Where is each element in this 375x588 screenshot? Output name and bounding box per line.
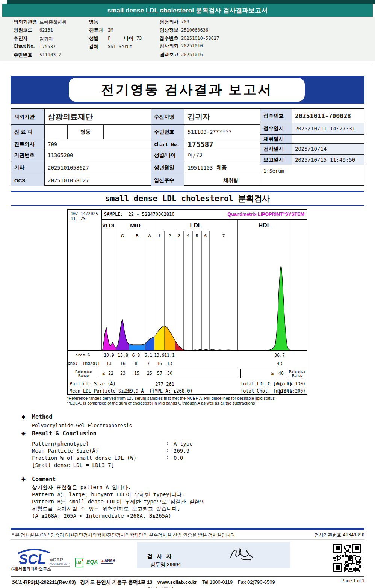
band-label-ldl: LDL bbox=[190, 222, 201, 229]
cell-value: 19511103 체중 bbox=[184, 161, 260, 174]
ref-label-line1: Reference bbox=[288, 369, 307, 373]
cap-accredited-badge: ⊛CAP ACCREDITED ✓ bbox=[50, 558, 73, 567]
cell-value: 511103-2****** bbox=[184, 125, 260, 139]
comment-line: 상기환자 표현형은 pattern A 입니다. bbox=[32, 484, 131, 491]
signature-stroke bbox=[231, 549, 253, 560]
cell-label: 기타 bbox=[11, 161, 45, 174]
qr-module bbox=[345, 568, 347, 570]
sub-label-4: 4 bbox=[187, 233, 190, 238]
band-fill bbox=[101, 328, 116, 350]
qr-module bbox=[357, 564, 359, 565]
qr-module bbox=[351, 564, 352, 565]
curve-outline bbox=[101, 265, 291, 350]
lab-report-page: { "teal_header": { "title": "small dense… bbox=[0, 0, 375, 588]
sub-label-c: C bbox=[121, 233, 124, 238]
result-row-label: Fraction % of small dense LDL (%) bbox=[32, 455, 136, 461]
band-fill bbox=[145, 337, 154, 350]
cell-label: 접수일시 bbox=[260, 123, 292, 135]
result-heading: Result & Conclusion bbox=[32, 430, 97, 437]
area-value: 13.8 bbox=[118, 353, 128, 358]
chart-date-line1: 10/ 14/2025 bbox=[71, 211, 98, 216]
qr-module bbox=[352, 560, 354, 561]
report-title-bar: small dense LDL cholesterol 분획검사 검사결과보고서 bbox=[2, 4, 373, 17]
cell-label: OCS bbox=[11, 174, 45, 186]
cap-text: CAP bbox=[53, 557, 63, 562]
qr-module bbox=[344, 571, 345, 572]
cell-value: 2025/10/15 11:49:50 bbox=[292, 155, 364, 165]
sample-header-row: SAMPLE: 22 - 528470002810 Quantimetrix L… bbox=[101, 210, 307, 220]
cell-value bbox=[292, 135, 364, 144]
band-label-mid: MID bbox=[130, 222, 141, 229]
ref-label-line1: Reference bbox=[73, 369, 94, 373]
cell-label: 기관번호 bbox=[11, 150, 45, 161]
qr-module bbox=[345, 570, 347, 571]
qr-module bbox=[351, 556, 352, 558]
qr-module bbox=[352, 561, 354, 563]
field-value-test-request: 20251010 bbox=[181, 43, 203, 48]
banner-title: 전기영동 검사결과 보고서 bbox=[101, 81, 272, 99]
eqa-badge: EQA bbox=[86, 559, 98, 565]
field-label-age: 나이 bbox=[124, 35, 133, 42]
sub-label-7: 7 bbox=[222, 233, 225, 238]
qr-module bbox=[360, 559, 361, 560]
result-row-label: Pattern(phenotype) bbox=[32, 441, 89, 447]
lab-no-value: 41349890 bbox=[343, 532, 364, 538]
result-row-value: A type bbox=[174, 441, 193, 447]
field-label-hospital-code: 병원코드 bbox=[14, 27, 32, 33]
qr-module bbox=[346, 564, 348, 565]
ref-range-right-label: Reference Range bbox=[288, 369, 307, 377]
total-chol-label: Total Chol. [mg/dl]: bbox=[240, 388, 295, 394]
qr-module bbox=[345, 565, 347, 567]
qr-module bbox=[355, 570, 356, 571]
scl-logo: SCL bbox=[14, 546, 53, 566]
field-value-hospital-code: 62131 bbox=[39, 27, 53, 33]
field-label-test-request: 검사의뢰 bbox=[160, 43, 178, 49]
qr-module bbox=[344, 567, 345, 568]
comment-bullet-icon: ◆ bbox=[21, 476, 26, 482]
hdl-ref-value: 40 bbox=[278, 371, 284, 376]
qr-module bbox=[333, 557, 334, 559]
total-ldlc-value: 61 bbox=[277, 381, 282, 386]
qr-module bbox=[334, 557, 336, 559]
qr-module bbox=[348, 545, 349, 547]
sub-label-2: 2 bbox=[169, 233, 171, 238]
field-value-clinical-info: 2510060636 bbox=[181, 27, 208, 33]
sub-label-b: B bbox=[136, 233, 139, 238]
comment-heading: Comment bbox=[32, 476, 56, 483]
qr-module bbox=[359, 559, 360, 560]
qr-module bbox=[359, 561, 360, 563]
qr-module bbox=[353, 555, 355, 556]
qr-module bbox=[357, 568, 359, 570]
bottom-rule bbox=[11, 576, 364, 577]
mean-particle-label: Mean LDL-Particle Size: bbox=[70, 388, 132, 394]
sample-label: SAMPLE: bbox=[104, 212, 123, 217]
chol-value: 13 bbox=[106, 361, 112, 366]
cell-value: 20251011-700028 bbox=[292, 109, 364, 123]
qr-module bbox=[346, 565, 348, 567]
sub-label-6: 6 bbox=[204, 233, 207, 238]
mean-particle-type: (TYPE A; ≥268.0) bbox=[149, 388, 193, 394]
band-label-hdl: HDL bbox=[259, 222, 271, 229]
qr-module bbox=[342, 556, 344, 558]
qr-module bbox=[348, 549, 349, 550]
cell-label: 성별/나이 bbox=[151, 150, 184, 161]
serum-note: 1:Serum bbox=[263, 168, 284, 174]
field-value-age: 73 bbox=[136, 36, 142, 41]
qr-module bbox=[336, 565, 340, 570]
electrophoresis-plot: VLDL MID LDL HDL C B A 1 2 3 4 5 6 7 bbox=[101, 220, 291, 350]
qr-module bbox=[340, 557, 341, 559]
cell-value: 2025/10/14 bbox=[292, 144, 364, 155]
footer-thin-line bbox=[11, 539, 364, 540]
qr-module bbox=[359, 563, 360, 564]
method-body: Polyacrylamide Gel Electrophoresis bbox=[32, 423, 132, 428]
qr-module bbox=[349, 559, 351, 560]
ref-value: 15 bbox=[134, 371, 139, 376]
qr-module bbox=[344, 548, 345, 549]
qr-module bbox=[345, 556, 347, 558]
qr-module bbox=[337, 556, 339, 558]
chart-table-topline bbox=[68, 350, 307, 351]
field-label-chart-no: Chart No. bbox=[14, 44, 35, 49]
field-label-resident-no: 주민번호 bbox=[14, 52, 32, 58]
field-label-clinical-info: 임상정보 bbox=[160, 27, 178, 33]
result-row-value: 0.0 bbox=[174, 455, 183, 461]
